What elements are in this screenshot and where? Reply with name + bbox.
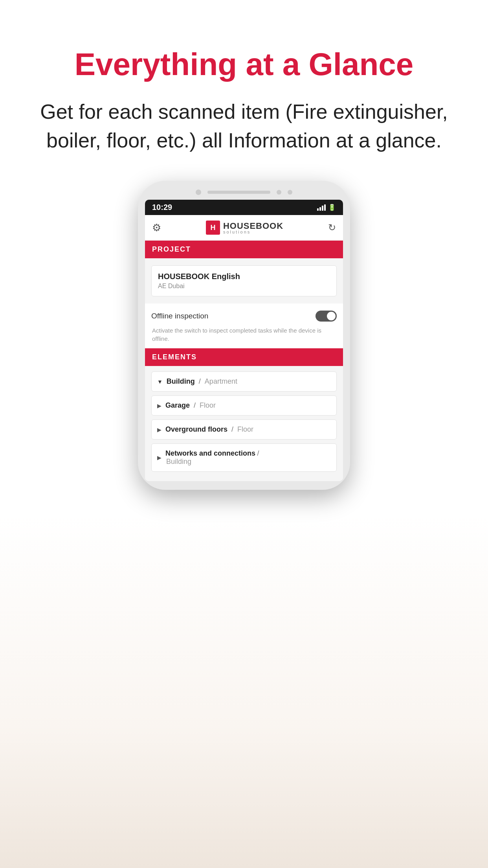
- status-bar: 10:29 🔋: [145, 200, 343, 215]
- element-sub: Floor: [200, 401, 216, 410]
- toggle-knob: [327, 312, 336, 320]
- signal-bar-2: [319, 207, 321, 211]
- logo-box: H: [206, 221, 220, 235]
- refresh-icon[interactable]: ↻: [328, 222, 336, 233]
- signal-bar-3: [322, 206, 323, 211]
- chevron-right-icon: ▶: [157, 403, 161, 409]
- element-text-block: Networks and connections / Building: [165, 449, 259, 466]
- element-name: Building: [167, 377, 195, 386]
- element-slash: /: [194, 401, 196, 410]
- signal-bar-4: [324, 204, 326, 211]
- status-time: 10:29: [152, 203, 172, 212]
- offline-row: Offline inspection: [151, 311, 337, 322]
- top-section: Everything at a Glance Get for each scan…: [0, 0, 488, 178]
- chevron-down-icon: ▼: [157, 379, 163, 385]
- element-sub: Floor: [237, 425, 253, 434]
- elements-list: ▼ Building / Apartment ▶ Garage / Floor …: [145, 366, 343, 481]
- project-card[interactable]: HOUSEBOOK English AE Dubai: [151, 265, 337, 296]
- project-section-header: PROJECT: [145, 241, 343, 258]
- offline-description: Activate the switch to inspect completed…: [151, 326, 337, 343]
- header-logo: H HOUSEBOOK solutions: [206, 221, 283, 235]
- elements-section-header: ELEMENTS: [145, 348, 343, 366]
- phone-mockup: 10:29 🔋 ⚙ H: [138, 181, 350, 490]
- element-slash: /: [231, 425, 233, 434]
- element-name: Garage: [165, 401, 190, 410]
- offline-section: Offline inspection Activate the switch t…: [145, 303, 343, 348]
- element-slash: /: [199, 377, 201, 386]
- offline-label: Offline inspection: [151, 312, 208, 320]
- phone-dot-left: [196, 189, 201, 195]
- subtitle: Get for each scanned item (Fire extingui…: [31, 97, 457, 155]
- element-name-row: Networks and connections /: [165, 449, 259, 458]
- logo-letter: H: [210, 224, 215, 232]
- signal-bars: [317, 204, 326, 211]
- list-item[interactable]: ▶ Networks and connections / Building: [151, 443, 337, 472]
- project-name: HOUSEBOOK English: [158, 272, 330, 281]
- signal-bar-1: [317, 208, 319, 211]
- element-sub: Apartment: [205, 377, 237, 386]
- phone-dot-right: [288, 190, 292, 195]
- main-title: Everything at a Glance: [31, 47, 457, 82]
- chevron-right-icon: ▶: [157, 427, 161, 433]
- status-right: 🔋: [317, 204, 336, 211]
- project-location: AE Dubai: [158, 283, 330, 290]
- logo-text-block: HOUSEBOOK solutions: [223, 221, 283, 234]
- battery-icon: 🔋: [328, 204, 336, 211]
- phone-screen: 10:29 🔋 ⚙ H: [145, 200, 343, 481]
- phone-speaker: [207, 191, 270, 194]
- list-item[interactable]: ▼ Building / Apartment: [151, 371, 337, 392]
- element-slash: /: [257, 449, 259, 457]
- offline-toggle[interactable]: [316, 311, 337, 322]
- phone-top-bar: [145, 189, 343, 195]
- element-sub: Building: [165, 458, 259, 466]
- app-header: ⚙ H HOUSEBOOK solutions ↻: [145, 215, 343, 241]
- list-item[interactable]: ▶ Garage / Floor: [151, 395, 337, 416]
- element-name: Overground floors: [165, 425, 227, 434]
- hand-background: [0, 514, 488, 868]
- gear-icon[interactable]: ⚙: [152, 222, 161, 234]
- phone-dot-mid: [277, 190, 281, 195]
- list-item[interactable]: ▶ Overground floors / Floor: [151, 419, 337, 440]
- chevron-right-icon: ▶: [157, 454, 161, 461]
- element-name: Networks and connections: [165, 449, 255, 457]
- phone-outer: 10:29 🔋 ⚙ H: [138, 181, 350, 490]
